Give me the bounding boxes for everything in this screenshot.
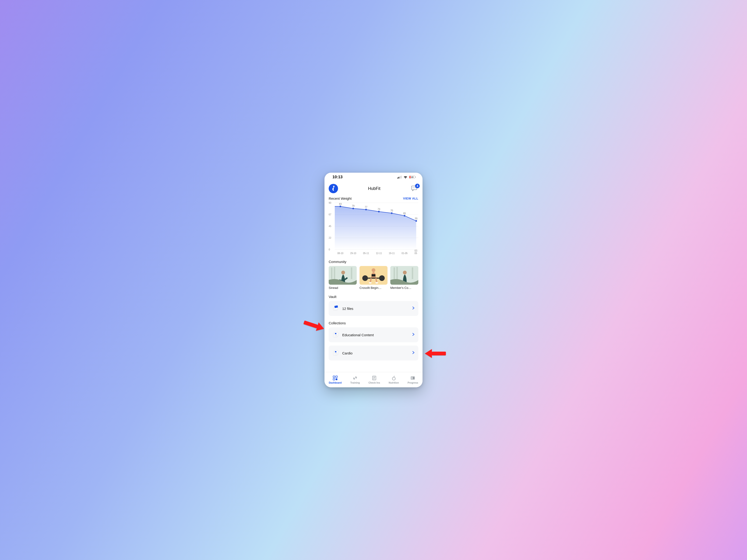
svg-point-7 [333, 186, 335, 187]
svg-rect-5 [415, 177, 416, 178]
svg-point-9 [413, 188, 413, 188]
svg-rect-51 [336, 376, 337, 377]
svg-rect-3 [401, 176, 402, 179]
community-card-label: Sinead [329, 286, 357, 290]
vault-title: Vault [329, 295, 418, 299]
community-card-image [390, 266, 418, 285]
svg-rect-63 [432, 352, 446, 355]
svg-point-29 [379, 275, 385, 281]
svg-rect-46 [334, 350, 338, 355]
svg-rect-59 [413, 377, 414, 379]
svg-rect-22 [351, 267, 352, 279]
svg-point-18 [415, 220, 417, 222]
x-tick: 01-05 [402, 252, 408, 255]
phone-frame: 10:13 [325, 173, 422, 387]
svg-marker-62 [316, 322, 325, 331]
community-card-image [360, 266, 387, 285]
tab-training[interactable]: Training [350, 375, 360, 384]
collection-row-cardio[interactable]: Cardio [329, 346, 418, 361]
files-icon [332, 305, 339, 312]
weight-chart[interactable]: 90 67 45 22 0 08-10 29-10 05-11 12-11 19… [329, 201, 418, 255]
community-card[interactable]: Member's Co… [390, 266, 418, 290]
tab-label: Training [350, 381, 360, 384]
svg-rect-52 [333, 378, 335, 380]
svg-point-36 [403, 271, 407, 274]
svg-point-17 [404, 215, 406, 216]
annotation-arrow-left [301, 320, 327, 331]
chevron-right-icon [412, 351, 415, 355]
dashboard-icon [333, 375, 338, 380]
svg-point-15 [378, 211, 380, 212]
svg-point-28 [362, 275, 368, 281]
tab-progress[interactable]: Progress [408, 375, 418, 384]
svg-rect-53 [336, 378, 337, 380]
app-title: HubFit [368, 186, 380, 191]
svg-point-16 [391, 212, 393, 214]
community-cards: Sinead C [329, 266, 418, 290]
x-tick: 29-10 [350, 252, 356, 255]
svg-point-23 [341, 271, 345, 274]
svg-point-30 [369, 282, 371, 284]
svg-point-25 [371, 268, 376, 272]
collections-title: Collections [329, 321, 418, 325]
messages-badge: 4 [415, 184, 420, 188]
tab-checkins[interactable]: Check Ins [368, 375, 380, 384]
svg-rect-42 [335, 333, 336, 334]
content-scroll[interactable]: Recent Weight VIEW ALL 90 67 45 22 0 08-… [325, 195, 422, 372]
messages-button[interactable]: 4 [410, 185, 418, 192]
svg-rect-33 [393, 267, 395, 279]
status-time: 10:13 [332, 175, 342, 180]
signal-icon [397, 176, 402, 179]
tab-label: Nutrition [389, 381, 399, 384]
vault-row[interactable]: 12 files [329, 301, 418, 316]
view-all-button[interactable]: VIEW ALL [403, 197, 418, 200]
wifi-icon [403, 176, 408, 179]
svg-rect-35 [412, 267, 413, 279]
status-right: 13 [397, 176, 416, 179]
svg-rect-50 [333, 376, 335, 377]
app-header: HubFit 4 [325, 182, 422, 195]
checklist-icon [371, 375, 377, 380]
svg-rect-2 [400, 176, 400, 179]
svg-rect-47 [335, 351, 336, 352]
document-icon [332, 350, 339, 356]
x-tick: 08-10 [337, 252, 343, 255]
community-title: Community [329, 260, 418, 264]
vault-row-label: 12 files [342, 306, 354, 311]
svg-rect-0 [397, 178, 398, 179]
x-tick: 12-11 [376, 252, 382, 255]
svg-rect-41 [334, 332, 338, 337]
community-card-label: Member's Co… [390, 286, 418, 290]
dumbbell-icon [353, 375, 358, 380]
svg-rect-26 [371, 274, 376, 276]
community-card[interactable]: Sinead [329, 266, 357, 290]
x-tick: 05-11 [363, 252, 369, 255]
community-card-label: Crossfit Begin… [360, 286, 387, 290]
x-tick: 19-11 [389, 252, 395, 255]
app-logo[interactable] [329, 184, 338, 193]
svg-rect-34 [396, 267, 398, 279]
apple-icon [391, 375, 396, 380]
svg-rect-61 [304, 320, 318, 328]
community-card-image [329, 266, 357, 285]
chart-header: Recent Weight VIEW ALL [329, 196, 418, 201]
collection-row-label: Educational Content [342, 333, 374, 337]
document-icon [332, 331, 339, 338]
tab-nutrition[interactable]: Nutrition [389, 375, 399, 384]
chevron-right-icon [412, 333, 415, 337]
tab-label: Check Ins [368, 381, 380, 384]
svg-rect-21 [334, 267, 335, 279]
svg-point-13 [353, 208, 354, 209]
community-card[interactable]: Crossfit Begin… [360, 266, 387, 290]
battery-icon: 13 [409, 176, 416, 179]
svg-rect-1 [398, 177, 399, 179]
tab-label: Progress [408, 381, 418, 384]
chart-title: Recent Weight [329, 196, 352, 201]
chart-svg [329, 201, 418, 251]
svg-rect-6 [409, 176, 411, 178]
status-bar: 10:13 [325, 173, 422, 182]
tab-dashboard[interactable]: Dashboard [329, 375, 342, 384]
collection-row-educational[interactable]: Educational Content [329, 327, 418, 342]
svg-point-14 [365, 209, 367, 210]
svg-point-10 [414, 188, 415, 188]
